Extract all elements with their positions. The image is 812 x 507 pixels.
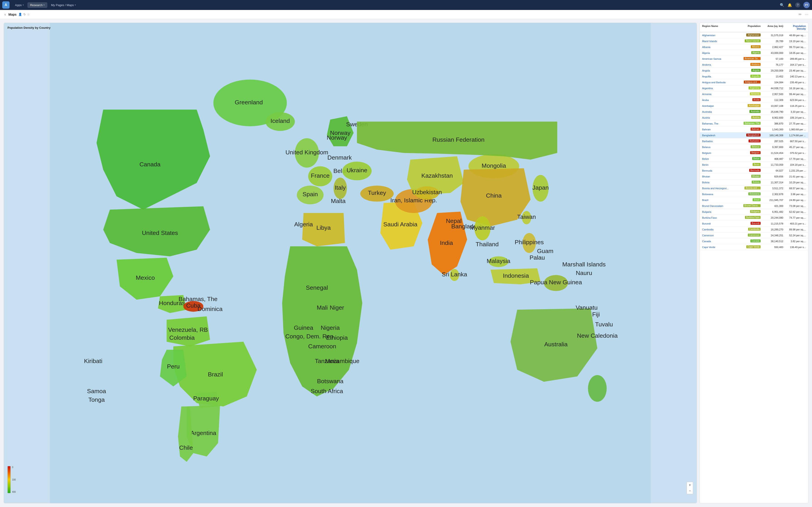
row-name: Bermuda	[701, 169, 731, 172]
row-name: Belize	[701, 157, 731, 161]
table-row[interactable]: Belize Belize 408,487 17.79 per sq....	[700, 156, 808, 162]
row-badge: Benin	[731, 163, 761, 167]
table-row[interactable]: American Samoa American Sa... 57,100 289…	[700, 56, 808, 62]
table-row[interactable]: Anguilla Anguilla 13,452 140.13 per s...	[700, 73, 808, 79]
map-container[interactable]: Greenland Canada United States Mexico Ho…	[4, 23, 697, 503]
row-badge: Canada	[731, 239, 761, 243]
row-name: Cape Verde	[701, 245, 731, 249]
table-row[interactable]: Afghanistan Afghanistan 31,575,018 48.89…	[700, 33, 808, 38]
table-row[interactable]: Azerbaijan Azerbaijan 10,067,108 116.25 …	[700, 103, 808, 109]
row-name: Anguilla	[701, 75, 731, 78]
table-row[interactable]: Albania Albania 2,862,427 99.73 per sq..…	[700, 44, 808, 50]
more-options-icon[interactable]: ⋯	[805, 12, 808, 16]
table-row[interactable]: Armenia Armenia 2,957,500 99.44 per sq..…	[700, 91, 808, 97]
row-badge: Burundi	[731, 221, 761, 226]
row-density: 16.16 per sq....	[784, 87, 807, 90]
table-row[interactable]: Bangladesh Bangladesh 169,148,308 1,174.…	[700, 132, 808, 138]
col-header-region: Region Name	[701, 25, 731, 30]
col-header-area: Area (sq. km)	[761, 25, 784, 30]
star-icon[interactable]: ☆	[27, 13, 30, 16]
user-icon[interactable]: 👤	[18, 13, 22, 16]
app-logo[interactable]: A	[2, 1, 9, 9]
zoom-out-button[interactable]: −	[687, 488, 693, 494]
table-row[interactable]: Barbados Barbados 287,025 667.50 per s..…	[700, 138, 808, 144]
row-badge: Armenia	[731, 92, 761, 96]
row-badge: Aruba	[731, 98, 761, 102]
row-population: 11,524,454	[761, 151, 784, 155]
table-row[interactable]: Andorra Andorra 76,177 164.17 per s...	[700, 62, 808, 68]
svg-point-7	[183, 301, 203, 312]
table-row[interactable]: Botswana Botswana 2,302,878 3.96 per sq.…	[700, 191, 808, 197]
svg-point-22	[295, 138, 319, 168]
user-avatar[interactable]: PT	[803, 2, 810, 8]
table-row[interactable]: Bolivia Bolivia 11,307,314 10.29 per sq.…	[700, 179, 808, 185]
row-density: 24.89 per sq....	[784, 198, 807, 202]
bell-icon[interactable]: 🔔	[788, 3, 792, 7]
research-nav-button[interactable]: Research ▾	[28, 2, 48, 8]
row-population: 16,289,270	[761, 228, 784, 231]
subheader-icons: 👤 ↻ ☆	[18, 13, 30, 16]
search-icon[interactable]: 🔍	[780, 3, 784, 7]
table-row[interactable]: Aruba Aruba 112,309 623.94 per s...	[700, 97, 808, 103]
table-row[interactable]: Bermuda Bermuda 64,027 1,231.29 per ...	[700, 168, 808, 174]
row-population: 29,789	[761, 39, 784, 43]
row-population: 11,215,578	[761, 222, 784, 225]
table-body[interactable]: Afghanistan Afghanistan 31,575,018 48.89…	[700, 33, 808, 503]
table-row[interactable]: Bosnia and Herzegovi... Bosnia and ... 3…	[700, 185, 808, 191]
row-name: Austria	[701, 116, 731, 119]
row-name: Andorra	[701, 63, 731, 66]
row-badge: Antigua and ...	[731, 80, 761, 84]
table-row[interactable]: Burundi Burundi 11,215,578 403.21 per s.…	[700, 221, 808, 227]
table-row[interactable]: Austria Austria 8,902,600 106.14 per s..…	[700, 115, 808, 121]
table-row[interactable]: Bahamas, The Bahamas, The 386,870 27.75 …	[700, 121, 808, 126]
row-badge: Bhutan	[731, 174, 761, 179]
table-row[interactable]: Bhutan Bhutan 829,656 21.61 per sq....	[700, 174, 808, 179]
table-row[interactable]: Antigua and Barbuda Antigua and ... 104,…	[700, 79, 808, 85]
table-row[interactable]: Cambodia Cambodia 16,289,270 89.98 per s…	[700, 227, 808, 232]
row-density: 289.85 per s...	[784, 57, 807, 61]
table-row[interactable]: Canada Canada 38,140,512 3.82 per sq....	[700, 238, 808, 244]
table-row[interactable]: Australia Australia 25,648,790 3.33 per …	[700, 109, 808, 115]
svg-point-77	[450, 269, 459, 281]
edit-icon[interactable]: ✏	[799, 12, 802, 16]
row-density: 73.08 per sq....	[784, 204, 807, 208]
row-name: Cameroon	[701, 234, 731, 237]
table-row[interactable]: Benin Benin 11,733,059 104.18 per s...	[700, 162, 808, 168]
row-population: 408,487	[761, 157, 784, 161]
legend-label-top: 0	[12, 466, 16, 468]
zoom-in-button[interactable]: +	[687, 482, 693, 488]
back-button[interactable]: ‹	[4, 12, 7, 17]
row-population: 13,452	[761, 75, 784, 78]
help-icon[interactable]: ?	[795, 2, 800, 7]
main-content: Population Density by Country Greenland …	[0, 19, 812, 507]
row-badge: Bulgaria	[731, 210, 761, 214]
row-population: 1,543,300	[761, 128, 784, 131]
apps-nav-button[interactable]: Apps ▾	[12, 2, 27, 8]
row-name: Barbados	[701, 139, 731, 143]
table-row[interactable]: Brunei Darussalam Brunei Darus... 421,30…	[700, 203, 808, 209]
refresh-icon[interactable]: ↻	[23, 13, 26, 16]
row-name: American Samoa	[701, 57, 731, 61]
table-row[interactable]: Angola Angola 29,250,009 23.46 per sq...…	[700, 68, 808, 73]
table-row[interactable]: Algeria Algeria 43,000,000 18.05 per sq.…	[700, 50, 808, 56]
table-row[interactable]: Burkina Faso Burkina Faso 20,244,080 74.…	[700, 215, 808, 221]
row-name: Åland Islands	[701, 39, 731, 43]
row-density: 140.13 per s...	[784, 75, 807, 78]
apps-chevron-icon: ▾	[23, 4, 24, 6]
row-name: Botswana	[701, 192, 731, 196]
table-row[interactable]: Argentina Argentina 44,938,712 16.16 per…	[700, 85, 808, 91]
row-name: Belarus	[701, 145, 731, 149]
table-row[interactable]: Belgium Belgium 11,524,454 375.52 per s.…	[700, 150, 808, 156]
my-pages-maps-chevron-icon: ▾	[75, 4, 76, 6]
row-badge: Bahamas, The	[731, 121, 761, 126]
table-row[interactable]: Bahrain Bahrain 1,543,300 1,983.68 per .…	[700, 126, 808, 132]
table-row[interactable]: Bulgaria Bulgaria 6,951,482 62.62 per sq…	[700, 209, 808, 215]
row-name: Armenia	[701, 92, 731, 96]
table-row[interactable]: Brazil Brazil 211,945,707 24.89 per sq..…	[700, 197, 808, 203]
table-row[interactable]: Cameroon Cameroon 24,348,251 52.24 per s…	[700, 232, 808, 238]
table-row[interactable]: Cape Verde Cape Verde 550,483 136.49 per…	[700, 244, 808, 250]
my-pages-maps-nav-button[interactable]: My Pages / Maps ▾	[48, 2, 79, 8]
row-name: Azerbaijan	[701, 104, 731, 108]
table-row[interactable]: Åland Islands Åland Islands 29,789 19.19…	[700, 38, 808, 44]
table-row[interactable]: Belarus Belarus 9,397,800 45.27 per sq..…	[700, 144, 808, 150]
